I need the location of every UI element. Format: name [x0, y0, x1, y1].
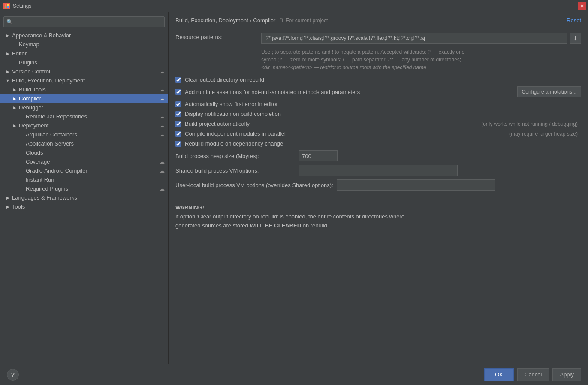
sidebar-item-label: Deployment [19, 122, 158, 129]
sidebar-item-label: Tools [12, 203, 165, 210]
field-shared-vm-input[interactable] [299, 165, 458, 176]
checkbox-build-auto: Build project automatically (only works … [175, 121, 581, 127]
resource-patterns-input[interactable] [261, 33, 567, 44]
expand-arrow-debugger: ▶ [12, 105, 17, 110]
sidebar-item-keymap[interactable]: Keymap [0, 40, 168, 49]
sync-icon-compiler: ☁ [160, 96, 165, 102]
app-icon [3, 3, 10, 9]
sidebar-item-required-plugins[interactable]: Required Plugins ☁ [0, 184, 168, 193]
warning-body: If option 'Clear output directory on reb… [175, 213, 404, 229]
sidebar-item-editor[interactable]: ▶ Editor [0, 49, 168, 58]
checkbox-rebuild-dependency-label: Rebuild module on dependency change [185, 140, 581, 147]
sidebar-item-instant-run[interactable]: Instant Run [0, 175, 168, 184]
checkbox-compile-parallel-input[interactable] [175, 131, 181, 137]
field-heap-size-input[interactable] [299, 150, 338, 161]
reset-button[interactable]: Reset [567, 17, 581, 24]
resource-patterns-row: Resource patterns: ⬇ [175, 33, 581, 46]
sidebar-item-deployment[interactable]: ▶ Deployment ☁ [0, 121, 168, 130]
expand-arrow-arquillian [19, 132, 24, 137]
checkbox-runtime-assertions: Add runtime assertions for not-null-anno… [175, 86, 581, 97]
window-title: Settings [13, 3, 31, 9]
sidebar-item-tools[interactable]: ▶ Tools [0, 202, 168, 211]
configure-annotations-button[interactable]: Configure annotations... [517, 86, 581, 97]
sidebar-item-label: Clouds [26, 149, 165, 156]
ok-button[interactable]: OK [484, 368, 514, 381]
checkbox-auto-show-error: Automatically show first error in editor [175, 101, 581, 107]
sidebar-item-label: Application Servers [26, 140, 165, 147]
field-shared-vm-label: Shared build process VM options: [175, 167, 296, 174]
sidebar-item-clouds[interactable]: Clouds [0, 148, 168, 157]
cancel-button[interactable]: Cancel [517, 368, 549, 381]
svg-rect-3 [7, 6, 9, 8]
bottom-buttons: OK Cancel Apply [484, 368, 581, 381]
sidebar-item-build-exec[interactable]: ▼ Build, Execution, Deployment [0, 76, 168, 85]
expand-arrow-languages: ▶ [5, 195, 10, 200]
warning-bold: WILL BE CLEARED [250, 222, 301, 229]
warning-box: WARNING! If option 'Clear output directo… [175, 199, 581, 234]
sidebar-item-debugger[interactable]: ▶ Debugger [0, 103, 168, 112]
content-area: Build, Execution, Deployment › Compiler … [169, 12, 588, 364]
field-user-vm-input[interactable] [337, 179, 495, 191]
checkbox-runtime-assertions-label: Add runtime assertions for not-null-anno… [185, 89, 514, 95]
search-icon: 🔍 [6, 19, 13, 25]
checkbox-build-auto-label: Build project automatically [185, 121, 478, 127]
checkbox-rebuild-dependency-input[interactable] [175, 141, 181, 147]
sidebar-item-label: Gradle-Android Compiler [26, 167, 158, 174]
sidebar-item-version-control[interactable]: ▶ Version Control ☁ [0, 67, 168, 76]
expand-arrow-app-servers [19, 141, 24, 146]
apply-button[interactable]: Apply [552, 368, 581, 381]
main-layout: 🔍 ▶ Appearance & Behavior Keymap ▶ Edito… [0, 12, 588, 364]
expand-arrow-plugins [12, 60, 17, 65]
sidebar-item-label: Appearance & Behavior [12, 32, 165, 39]
field-user-vm-label: User-local build process VM options (ove… [175, 182, 333, 188]
checkbox-display-notification-input[interactable] [175, 111, 181, 117]
expand-arrow-deployment: ▶ [12, 123, 17, 128]
resource-browse-button[interactable]: ⬇ [570, 33, 581, 44]
close-button[interactable]: ✕ [578, 2, 586, 10]
sync-icon-build-tools: ☁ [160, 87, 165, 93]
sidebar-item-label: Arquillian Containers [26, 131, 158, 138]
sidebar-item-app-servers[interactable]: Application Servers [0, 139, 168, 148]
svg-rect-0 [5, 4, 6, 6]
sidebar-item-label: Debugger [19, 104, 165, 111]
checkbox-rebuild-dependency: Rebuild module on dependency change [175, 140, 581, 147]
checkbox-build-auto-input[interactable] [175, 121, 181, 127]
sidebar-item-coverage[interactable]: Coverage ☁ [0, 157, 168, 166]
checkbox-compile-parallel: Compile independent modules in parallel … [175, 130, 581, 137]
search-input[interactable] [15, 19, 162, 25]
sidebar-item-appearance[interactable]: ▶ Appearance & Behavior [0, 31, 168, 40]
sidebar-item-label: Remote Jar Repositories [26, 113, 158, 120]
expand-arrow-keymap [12, 42, 17, 47]
field-heap-size-row: Build process heap size (Mbytes): [175, 150, 581, 161]
sidebar-item-remote-jar[interactable]: Remote Jar Repositories ☁ [0, 112, 168, 121]
help-line-1: Use ; to separate patterns and ! to nega… [261, 48, 581, 56]
sidebar: 🔍 ▶ Appearance & Behavior Keymap ▶ Edito… [0, 12, 169, 364]
sidebar-item-plugins[interactable]: Plugins [0, 58, 168, 67]
help-line-2: symbol; * — zero or more symbols; / — pa… [261, 56, 581, 64]
sidebar-item-compiler[interactable]: ▶ Compiler ☁ [0, 94, 168, 103]
checkbox-display-notification: Display notification on build completion [175, 111, 581, 117]
sidebar-item-label: Coverage [26, 158, 158, 165]
breadcrumb-path: Build, Execution, Deployment › Compiler [175, 17, 275, 24]
warning-title: WARNING! [175, 204, 204, 211]
sidebar-item-build-tools[interactable]: ▶ Build Tools ☁ [0, 85, 168, 94]
checkbox-compile-parallel-label: Compile independent modules in parallel [185, 130, 506, 137]
checkbox-auto-show-error-input[interactable] [175, 101, 181, 107]
expand-arrow-remote-jar [19, 114, 24, 119]
checkbox-compile-parallel-hint: (may require larger heap size) [509, 131, 581, 137]
sync-icon-coverage: ☁ [160, 159, 165, 165]
checkbox-runtime-assertions-input[interactable] [175, 89, 181, 95]
sidebar-item-arquillian[interactable]: Arquillian Containers ☁ [0, 130, 168, 139]
search-box[interactable]: 🔍 [3, 16, 165, 27]
expand-arrow-clouds [19, 150, 24, 155]
checkbox-clear-output-input[interactable] [175, 77, 181, 83]
svg-rect-1 [7, 4, 9, 6]
sidebar-item-label: Plugins [19, 59, 165, 66]
resource-patterns-label: Resource patterns: [175, 33, 261, 40]
title-bar: Settings ✕ [0, 0, 588, 12]
sync-icon-gradle-android: ☁ [160, 168, 165, 174]
help-button[interactable]: ? [7, 369, 19, 381]
resource-patterns-control: ⬇ [261, 33, 581, 46]
sidebar-item-languages[interactable]: ▶ Languages & Frameworks [0, 193, 168, 202]
sidebar-item-gradle-android[interactable]: Gradle-Android Compiler ☁ [0, 166, 168, 175]
